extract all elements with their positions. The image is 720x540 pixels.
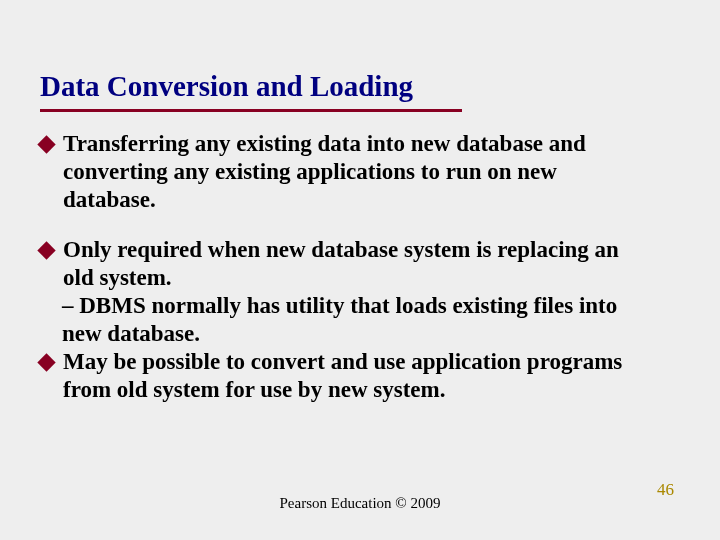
bullet-item: Only required when new database system i… bbox=[40, 236, 650, 292]
bullet-text: Only required when new database system i… bbox=[63, 236, 650, 292]
bullet-item: May be possible to convert and use appli… bbox=[40, 348, 650, 404]
slide: Data Conversion and Loading Transferring… bbox=[0, 0, 720, 540]
diamond-bullet-icon bbox=[37, 241, 55, 259]
slide-title: Data Conversion and Loading bbox=[40, 70, 413, 103]
slide-body: Transferring any existing data into new … bbox=[40, 130, 650, 404]
bullet-item: Transferring any existing data into new … bbox=[40, 130, 650, 214]
page-number: 46 bbox=[657, 480, 674, 500]
footer-text: Pearson Education © 2009 bbox=[0, 495, 720, 512]
bullet-text: Transferring any existing data into new … bbox=[63, 130, 650, 214]
diamond-bullet-icon bbox=[37, 354, 55, 372]
diamond-bullet-icon bbox=[37, 135, 55, 153]
bullet-text: May be possible to convert and use appli… bbox=[63, 348, 650, 404]
title-underline bbox=[40, 109, 462, 112]
sub-bullet-text: – DBMS normally has utility that loads e… bbox=[40, 292, 650, 348]
